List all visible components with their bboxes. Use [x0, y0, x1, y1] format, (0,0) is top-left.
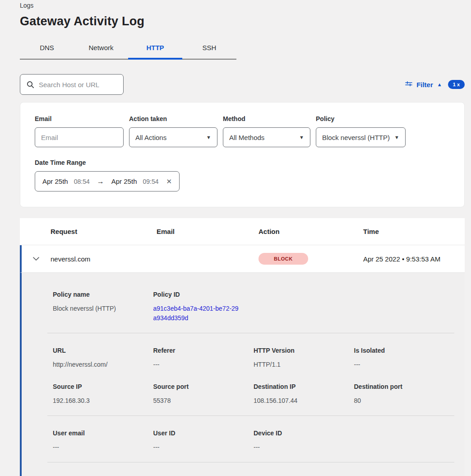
start-date: Apr 25th: [42, 177, 68, 185]
email-filter-input[interactable]: [35, 127, 124, 147]
tab-dns[interactable]: DNS: [20, 39, 74, 59]
email-filter-label: Email: [35, 115, 124, 122]
filter-field-policy: Policy Block neverssl (HTTP) ▼: [316, 115, 406, 147]
search-icon: [27, 81, 34, 89]
datetime-range-input[interactable]: Apr 25th 08:54 → Apr 25th 09:54 ✕: [35, 171, 180, 191]
filter-icon: [405, 81, 412, 88]
column-header-request: Request: [51, 228, 157, 235]
http-version-value: HTTP/1.1: [254, 360, 354, 369]
user-section: User email --- User ID --- Device ID ---: [53, 429, 454, 452]
section-divider: [47, 333, 454, 333]
destination-port-field: Destination port 80: [354, 383, 455, 406]
is-isolated-value: ---: [354, 360, 455, 369]
tab-http[interactable]: HTTP: [128, 39, 182, 59]
action-select[interactable]: All Actions ▼: [129, 127, 217, 147]
destination-port-value: 80: [354, 396, 455, 406]
tab-ssh[interactable]: SSH: [182, 39, 236, 59]
policy-section: Policy name Block neverssl (HTTP) Policy…: [53, 291, 454, 323]
filter-count-badge: 1 x: [448, 80, 465, 89]
method-select[interactable]: All Methods ▼: [223, 127, 310, 147]
http-version-field: HTTP Version HTTP/1.1: [254, 347, 354, 369]
referer-label: Referer: [153, 347, 254, 354]
block-status-badge: BLOCK: [259, 253, 308, 265]
user-id-value: ---: [153, 443, 254, 452]
filter-toggle-button[interactable]: Filter ▲ 1 x: [405, 80, 465, 89]
device-id-field: Device ID ---: [254, 429, 354, 452]
action-filter-label: Action taken: [129, 115, 217, 122]
filter-panel: Email Action taken All Actions ▼ Method …: [20, 102, 465, 207]
user-email-label: User email: [53, 429, 153, 437]
filter-field-email: Email: [35, 115, 124, 147]
device-id-value: ---: [254, 443, 354, 452]
chevron-down-icon: ▼: [206, 135, 211, 140]
tab-network[interactable]: Network: [74, 39, 128, 59]
column-header-email: Email: [157, 228, 259, 235]
filter-label: Filter: [416, 81, 433, 89]
policy-select[interactable]: Block neverssl (HTTP) ▼: [316, 127, 406, 147]
destination-ip-field: Destination IP 108.156.107.44: [254, 383, 354, 406]
is-isolated-label: Is Isolated: [354, 347, 455, 354]
collapse-row-chevron-icon[interactable]: [22, 257, 51, 261]
source-ip-label: Source IP: [53, 383, 153, 390]
policy-id-link[interactable]: a91c3eb4-ba7a-4201-be72-29a934dd359d: [153, 304, 241, 323]
destination-ip-label: Destination IP: [254, 383, 354, 390]
method-select-value: All Methods: [229, 134, 264, 141]
policy-id-label: Policy ID: [153, 291, 254, 298]
section-divider: [47, 462, 454, 462]
expanded-row-details: Policy name Block neverssl (HTTP) Policy…: [20, 273, 465, 476]
user-id-label: User ID: [153, 429, 254, 437]
destination-port-label: Destination port: [354, 383, 455, 390]
table-row[interactable]: neverssl.com BLOCK Apr 25 2022 • 9:53:53…: [20, 245, 465, 273]
filter-field-method: Method All Methods ▼: [223, 115, 310, 147]
action-cell: BLOCK: [259, 253, 363, 265]
url-value: http://neverssl.com/: [53, 360, 153, 369]
log-type-tabs: DNS Network HTTP SSH: [20, 39, 236, 60]
policy-name-label: Policy name: [53, 291, 153, 298]
url-label: URL: [53, 347, 153, 354]
time-cell: Apr 25 2022 • 9:53:53 AM: [363, 255, 465, 263]
source-port-label: Source port: [153, 383, 254, 390]
request-cell: neverssl.com: [51, 255, 157, 263]
filter-field-datetime: Date Time Range Apr 25th 08:54 → Apr 25t…: [35, 159, 450, 191]
gateway-activity-log-page: Logs Gateway Activity Log DNS Network HT…: [0, 0, 471, 476]
policy-id-field: Policy ID a91c3eb4-ba7a-4201-be72-29a934…: [153, 291, 254, 323]
user-email-value: ---: [53, 443, 153, 452]
search-input[interactable]: [39, 81, 117, 89]
http-section-row2: Source IP 192.168.30.3 Source port 55378…: [53, 383, 454, 406]
http-version-label: HTTP Version: [254, 347, 354, 354]
datetime-range-label: Date Time Range: [35, 159, 450, 166]
action-select-value: All Actions: [135, 134, 166, 141]
is-isolated-field: Is Isolated ---: [354, 347, 455, 369]
method-filter-label: Method: [223, 115, 310, 122]
filter-field-action: Action taken All Actions ▼: [129, 115, 217, 147]
url-field: URL http://neverssl.com/: [53, 347, 153, 369]
activity-log-table: Request Email Action Time neverssl.com B…: [20, 218, 465, 476]
arrow-right-icon: →: [96, 177, 106, 186]
section-divider: [47, 415, 454, 416]
page-title: Gateway Activity Log: [20, 14, 465, 28]
end-date: Apr 25th: [111, 177, 137, 185]
source-ip-value: 192.168.30.3: [53, 396, 153, 406]
referer-value: ---: [153, 360, 254, 369]
chevron-down-icon: ▼: [394, 135, 399, 140]
chevron-down-icon: ▼: [299, 135, 304, 140]
caret-up-icon: ▲: [437, 82, 442, 87]
referer-field: Referer ---: [153, 347, 254, 369]
search-box: [20, 74, 124, 95]
destination-ip-value: 108.156.107.44: [254, 396, 354, 406]
clear-range-icon[interactable]: ✕: [165, 177, 172, 186]
table-header: Request Email Action Time: [20, 218, 465, 245]
breadcrumb[interactable]: Logs: [20, 2, 465, 9]
policy-select-value: Block neverssl (HTTP): [322, 134, 390, 141]
source-port-value: 55378: [153, 396, 254, 406]
user-id-field: User ID ---: [153, 429, 254, 452]
start-time: 08:54: [74, 178, 90, 185]
toolbar: Filter ▲ 1 x: [20, 74, 465, 95]
policy-name-value: Block neverssl (HTTP): [53, 304, 153, 313]
column-header-time: Time: [363, 228, 465, 235]
column-header-action: Action: [259, 228, 363, 235]
source-ip-field: Source IP 192.168.30.3: [53, 383, 153, 406]
end-time: 09:54: [143, 178, 158, 185]
source-port-field: Source port 55378: [153, 383, 254, 406]
policy-name-field: Policy name Block neverssl (HTTP): [53, 291, 153, 323]
